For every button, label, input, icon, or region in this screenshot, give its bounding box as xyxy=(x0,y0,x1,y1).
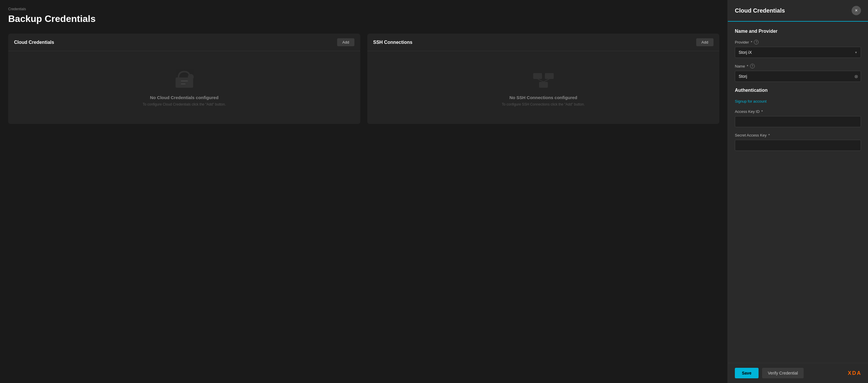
ssh-card-title: SSH Connections xyxy=(373,40,412,45)
provider-select[interactable]: Storj iX Amazon S3 Google Cloud Azure Ba… xyxy=(735,47,861,58)
panel-footer: Save Verify Credential X D A xyxy=(728,363,868,383)
cloud-card-body: No Cloud Credentials configured To confi… xyxy=(8,51,360,124)
secret-key-form-group: Secret Access Key * xyxy=(735,133,861,151)
secret-key-input-wrapper xyxy=(735,140,861,151)
signup-link[interactable]: Signup for account xyxy=(735,99,767,104)
ssh-card-body: No SSH Connections configured To configu… xyxy=(367,51,719,124)
panel-body: Name and Provider Provider * ? Storj iX … xyxy=(728,22,868,363)
panel-title: Cloud Credentials xyxy=(735,7,785,14)
close-panel-button[interactable]: × xyxy=(851,6,861,15)
page-title: Backup Credentials xyxy=(8,13,719,24)
provider-help-icon[interactable]: ? xyxy=(754,40,758,44)
secret-key-input[interactable] xyxy=(735,140,861,151)
ssh-card-header: SSH Connections Add xyxy=(367,34,719,51)
name-help-icon[interactable]: ? xyxy=(750,64,755,68)
cloud-credentials-card: Cloud Credentials Add No Cloud Credentia… xyxy=(8,34,360,124)
cloud-card-header: Cloud Credentials Add xyxy=(8,34,360,51)
panel-header: Cloud Credentials × xyxy=(728,0,868,22)
cloud-empty-desc: To configure Cloud Credentials click the… xyxy=(143,102,226,106)
name-input-wrapper: ⊗ xyxy=(735,71,861,82)
name-clear-button[interactable]: ⊗ xyxy=(854,74,858,79)
provider-select-wrapper: Storj iX Amazon S3 Google Cloud Azure Ba… xyxy=(735,47,861,58)
name-provider-heading: Name and Provider xyxy=(735,29,861,34)
svg-rect-4 xyxy=(533,73,542,79)
svg-point-1 xyxy=(188,74,194,80)
access-key-label: Access Key ID * xyxy=(735,109,861,114)
name-form-group: Name * ? ⊗ xyxy=(735,64,861,82)
svg-rect-6 xyxy=(539,82,548,88)
authentication-heading: Authentication xyxy=(735,88,861,93)
provider-label: Provider * ? xyxy=(735,40,861,44)
xda-logo: X D A xyxy=(848,370,861,376)
save-button[interactable]: Save xyxy=(735,368,758,378)
access-key-input[interactable] xyxy=(735,116,861,127)
name-input[interactable] xyxy=(735,71,861,82)
access-key-input-wrapper xyxy=(735,116,861,127)
ssh-empty-title: No SSH Connections configured xyxy=(509,95,578,100)
svg-rect-5 xyxy=(545,73,554,79)
ssh-empty-icon xyxy=(532,69,555,89)
ssh-empty-desc: To configure SSH Connections click the "… xyxy=(502,102,585,106)
ssh-connections-card: SSH Connections Add No SSH Connections c… xyxy=(367,34,719,124)
name-label: Name * ? xyxy=(735,64,861,68)
cloud-add-button[interactable]: Add xyxy=(337,38,354,46)
provider-form-group: Provider * ? Storj iX Amazon S3 Google C… xyxy=(735,40,861,58)
secret-key-label: Secret Access Key * xyxy=(735,133,861,137)
authentication-section: Authentication Signup for account Access… xyxy=(735,88,861,151)
footer-buttons: Save Verify Credential xyxy=(735,368,804,378)
cloud-empty-icon xyxy=(173,69,196,89)
cloud-credentials-panel: Cloud Credentials × Name and Provider Pr… xyxy=(727,0,868,383)
ssh-add-button[interactable]: Add xyxy=(696,38,713,46)
svg-line-7 xyxy=(537,79,544,82)
svg-rect-3 xyxy=(181,83,186,84)
verify-button[interactable]: Verify Credential xyxy=(762,368,804,378)
cloud-card-title: Cloud Credentials xyxy=(14,40,54,45)
svg-rect-2 xyxy=(181,80,188,81)
breadcrumb: Credentials xyxy=(8,7,719,11)
svg-line-8 xyxy=(544,79,549,82)
access-key-form-group: Access Key ID * xyxy=(735,109,861,127)
cloud-empty-title: No Cloud Credentials configured xyxy=(150,95,218,100)
